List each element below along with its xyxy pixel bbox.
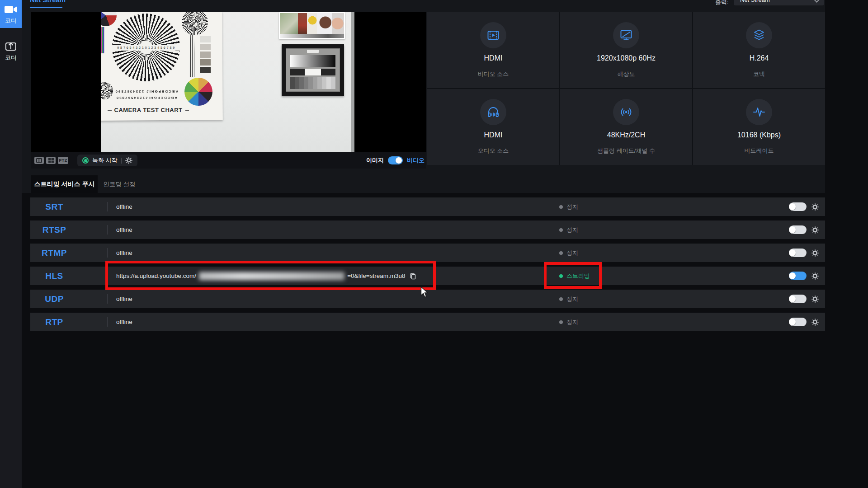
service-info: offline (116, 313, 132, 331)
rtsp-settings-gear-icon[interactable] (811, 226, 819, 234)
codec-value: H.264 (750, 54, 769, 62)
status-badge: 정지 (559, 244, 578, 262)
stream-info-grid: HDMI 비디오 소스 1920x1080p 60Hz 해상도 (427, 12, 825, 165)
bitrate-label: 비트레이트 (745, 147, 774, 155)
status-dot (559, 205, 563, 209)
image-label: 이미지 (366, 156, 384, 164)
camera-feed: 9 8 7 6 5 4 3 2 1 0 1 2 3 4 5 6 7 8 9 AB… (101, 12, 354, 152)
output-selected-value: Net Stream (740, 0, 815, 3)
record-control-group: 녹화 시작 (77, 155, 137, 166)
upload-box-icon (4, 41, 18, 52)
preview-control-bar: PTZ 녹화 시작 이미지 비디오 (31, 152, 426, 169)
service-info: offline (116, 290, 132, 308)
tab-active-underline (30, 7, 62, 8)
rtmp-enable-toggle[interactable] (789, 249, 807, 257)
resolution-value: 1920x1080p 60Hz (597, 54, 656, 62)
protocol-label: RTP (30, 313, 78, 331)
bitrate-value: 10168 (Kbps) (737, 131, 781, 139)
info-panel-codec: H.264 코덱 (693, 12, 825, 88)
status-badge: 정지 (559, 290, 578, 308)
audio-source-label: 오디오 소스 (478, 147, 509, 155)
framed-grayscale-chart (282, 44, 344, 96)
output-select[interactable]: Net Stream (734, 0, 824, 5)
video-preview[interactable]: 9 8 7 6 5 4 3 2 1 0 1 2 3 4 5 6 7 8 9 AB… (31, 12, 426, 152)
udp-enable-toggle[interactable] (789, 295, 807, 303)
monitor-icon (613, 22, 639, 48)
rtp-enable-toggle[interactable] (789, 318, 807, 326)
sidebar-item-encoder[interactable]: 코더 (0, 0, 22, 28)
grayscale-steps (200, 36, 211, 75)
poster-letters-row2: ABCDEFGHIJ1234567890 (108, 96, 185, 100)
waveform-icon (746, 99, 772, 125)
codec-label: 코덱 (753, 70, 765, 78)
service-info: offline (116, 244, 132, 262)
service-row-srt: SRT offline 정지 (30, 197, 825, 216)
wall-shadow-edge (351, 12, 354, 152)
service-row-rtsp: RTSP offline 정지 (30, 221, 825, 239)
chevron-down-icon (814, 0, 820, 3)
record-start-button[interactable]: 녹화 시작 (92, 156, 118, 164)
video-label: 비디오 (407, 156, 425, 164)
udp-settings-gear-icon[interactable] (811, 296, 819, 303)
sidebar-item-label: 코더 (0, 17, 22, 25)
srt-enable-toggle[interactable] (789, 202, 807, 211)
rtp-settings-gear-icon[interactable] (811, 319, 819, 326)
service-row-rtmp: RTMP offline 정지 (30, 244, 825, 262)
video-source-value: HDMI (484, 54, 503, 62)
image-video-toggle[interactable] (388, 156, 403, 164)
srt-settings-gear-icon[interactable] (811, 203, 819, 211)
encoder-app: 코더 코더 Net Stream 출력: Net Stream 9 8 7 6 … (0, 0, 868, 488)
status-dot (559, 320, 563, 324)
output-control: 출력: Net Stream (715, 0, 729, 6)
status-badge: 정지 (559, 221, 578, 239)
service-info: offline (116, 221, 132, 239)
tab-net-stream[interactable]: Net Stream (30, 0, 66, 4)
poster-title: CAMERA TEST CHART (114, 107, 183, 113)
rtsp-enable-toggle[interactable] (789, 225, 807, 234)
sampling-value: 48KHz/2CH (607, 131, 645, 139)
annotation-box-hls-url (105, 261, 436, 290)
mouse-cursor (420, 286, 429, 300)
status-dot (559, 228, 563, 232)
info-panel-resolution: 1920x1080p 60Hz 해상도 (560, 12, 692, 88)
color-wheel (184, 78, 212, 106)
color-strips (101, 27, 105, 53)
protocol-label: SRT (30, 197, 78, 216)
info-panel-sampling: 48KHz/2CH 샘플링 레이트/채널 수 (560, 89, 692, 165)
record-settings-gear-icon[interactable] (125, 157, 132, 164)
resolution-label: 해상도 (618, 70, 635, 78)
info-panel-bitrate: 10168 (Kbps) 비트레이트 (693, 89, 825, 165)
protocol-label: HLS (30, 267, 78, 285)
protocol-label: RTMP (30, 244, 78, 262)
sidebar: 코더 코더 (0, 0, 22, 488)
record-icon (82, 157, 89, 164)
info-panel-audio-source: HDMI 오디오 소스 (427, 89, 559, 165)
output-label: 출력: (715, 0, 729, 6)
layers-icon (746, 22, 772, 48)
layout-columns-button[interactable] (34, 157, 44, 164)
service-row-rtp: RTP offline 정지 (30, 313, 825, 331)
info-panel-video-source: HDMI 비디오 소스 (427, 12, 559, 88)
status-badge: 정지 (559, 313, 578, 331)
ptz-button[interactable]: PTZ (58, 157, 68, 164)
rtmp-settings-gear-icon[interactable] (811, 249, 819, 257)
audio-source-value: HDMI (484, 131, 503, 139)
star-scale-numbers: 9 8 7 6 5 4 3 2 1 0 1 2 3 4 5 6 7 8 9 (117, 46, 175, 49)
film-play-icon (480, 22, 506, 48)
status-badge: 정지 (559, 197, 578, 216)
protocol-label: UDP (30, 290, 78, 308)
tab-streaming-service-push[interactable]: 스트리밍 서비스 푸시 (31, 175, 98, 193)
photo-collage (279, 12, 345, 39)
hls-settings-gear-icon[interactable] (811, 272, 819, 280)
hls-enable-toggle[interactable] (789, 272, 807, 280)
sidebar-item-label: 코더 (0, 54, 22, 62)
broadcast-icon (613, 99, 639, 125)
layout-grid-button[interactable] (46, 157, 56, 164)
protocol-label: RTSP (30, 221, 78, 239)
sampling-label: 샘플링 레이트/채널 수 (597, 147, 655, 155)
headphones-icon (480, 99, 506, 125)
divider (121, 158, 122, 164)
service-info: offline (116, 197, 132, 216)
sidebar-item-decoder[interactable]: 코더 (0, 37, 22, 63)
tab-encoding-settings[interactable]: 인코딩 설정 (98, 175, 141, 193)
